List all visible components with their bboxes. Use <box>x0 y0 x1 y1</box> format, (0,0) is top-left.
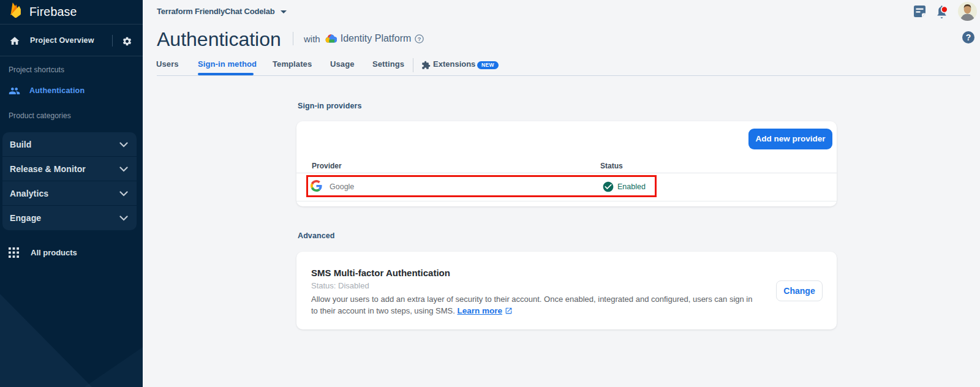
svg-text:?: ? <box>417 36 421 42</box>
